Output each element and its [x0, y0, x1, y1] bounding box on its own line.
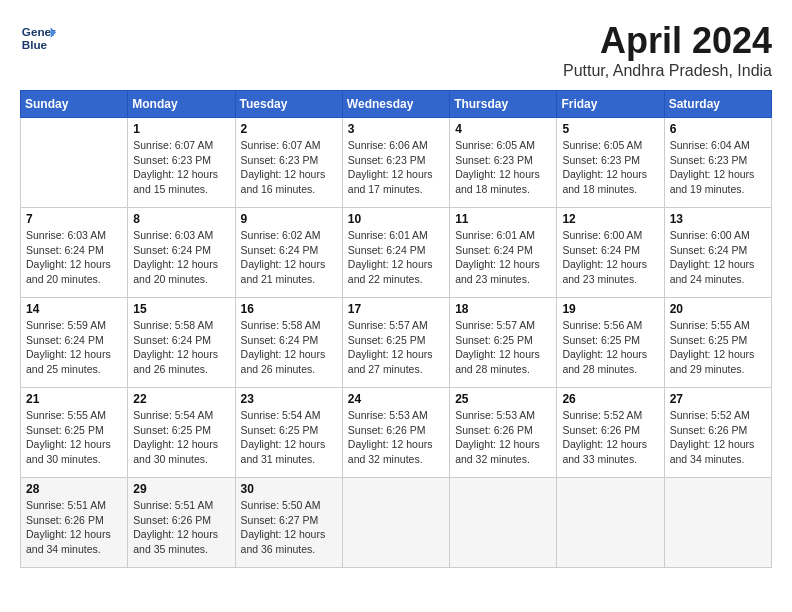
day-number: 9: [241, 212, 337, 226]
day-info: Sunrise: 6:05 AMSunset: 6:23 PMDaylight:…: [562, 138, 658, 197]
calendar-cell: 14Sunrise: 5:59 AMSunset: 6:24 PMDayligh…: [21, 298, 128, 388]
day-number: 24: [348, 392, 444, 406]
day-info: Sunrise: 5:56 AMSunset: 6:25 PMDaylight:…: [562, 318, 658, 377]
day-info: Sunrise: 5:58 AMSunset: 6:24 PMDaylight:…: [241, 318, 337, 377]
day-number: 7: [26, 212, 122, 226]
day-number: 19: [562, 302, 658, 316]
day-info: Sunrise: 6:02 AMSunset: 6:24 PMDaylight:…: [241, 228, 337, 287]
logo: General Blue: [20, 20, 56, 56]
day-number: 23: [241, 392, 337, 406]
day-number: 12: [562, 212, 658, 226]
calendar-cell: 7Sunrise: 6:03 AMSunset: 6:24 PMDaylight…: [21, 208, 128, 298]
calendar-cell: 10Sunrise: 6:01 AMSunset: 6:24 PMDayligh…: [342, 208, 449, 298]
calendar-cell: [664, 478, 771, 568]
calendar-week-row: 28Sunrise: 5:51 AMSunset: 6:26 PMDayligh…: [21, 478, 772, 568]
day-info: Sunrise: 5:55 AMSunset: 6:25 PMDaylight:…: [670, 318, 766, 377]
day-info: Sunrise: 5:52 AMSunset: 6:26 PMDaylight:…: [562, 408, 658, 467]
day-number: 13: [670, 212, 766, 226]
calendar-cell: 12Sunrise: 6:00 AMSunset: 6:24 PMDayligh…: [557, 208, 664, 298]
calendar-cell: 11Sunrise: 6:01 AMSunset: 6:24 PMDayligh…: [450, 208, 557, 298]
calendar-week-row: 14Sunrise: 5:59 AMSunset: 6:24 PMDayligh…: [21, 298, 772, 388]
calendar-cell: 28Sunrise: 5:51 AMSunset: 6:26 PMDayligh…: [21, 478, 128, 568]
day-info: Sunrise: 6:04 AMSunset: 6:23 PMDaylight:…: [670, 138, 766, 197]
calendar-cell: 30Sunrise: 5:50 AMSunset: 6:27 PMDayligh…: [235, 478, 342, 568]
day-info: Sunrise: 5:51 AMSunset: 6:26 PMDaylight:…: [133, 498, 229, 557]
column-header-wednesday: Wednesday: [342, 91, 449, 118]
day-number: 6: [670, 122, 766, 136]
calendar-week-row: 7Sunrise: 6:03 AMSunset: 6:24 PMDaylight…: [21, 208, 772, 298]
calendar-cell: 29Sunrise: 5:51 AMSunset: 6:26 PMDayligh…: [128, 478, 235, 568]
calendar-cell: 18Sunrise: 5:57 AMSunset: 6:25 PMDayligh…: [450, 298, 557, 388]
calendar-cell: 23Sunrise: 5:54 AMSunset: 6:25 PMDayligh…: [235, 388, 342, 478]
column-header-friday: Friday: [557, 91, 664, 118]
day-number: 11: [455, 212, 551, 226]
day-number: 16: [241, 302, 337, 316]
day-info: Sunrise: 6:06 AMSunset: 6:23 PMDaylight:…: [348, 138, 444, 197]
day-number: 2: [241, 122, 337, 136]
column-header-sunday: Sunday: [21, 91, 128, 118]
calendar-cell: 4Sunrise: 6:05 AMSunset: 6:23 PMDaylight…: [450, 118, 557, 208]
day-info: Sunrise: 5:54 AMSunset: 6:25 PMDaylight:…: [241, 408, 337, 467]
day-info: Sunrise: 6:01 AMSunset: 6:24 PMDaylight:…: [348, 228, 444, 287]
calendar-cell: 3Sunrise: 6:06 AMSunset: 6:23 PMDaylight…: [342, 118, 449, 208]
title-area: April 2024 Puttur, Andhra Pradesh, India: [563, 20, 772, 80]
calendar-cell: 15Sunrise: 5:58 AMSunset: 6:24 PMDayligh…: [128, 298, 235, 388]
logo-icon: General Blue: [20, 20, 56, 56]
calendar-cell: 2Sunrise: 6:07 AMSunset: 6:23 PMDaylight…: [235, 118, 342, 208]
calendar-cell: [21, 118, 128, 208]
day-number: 20: [670, 302, 766, 316]
day-info: Sunrise: 5:58 AMSunset: 6:24 PMDaylight:…: [133, 318, 229, 377]
day-info: Sunrise: 6:07 AMSunset: 6:23 PMDaylight:…: [241, 138, 337, 197]
calendar-week-row: 21Sunrise: 5:55 AMSunset: 6:25 PMDayligh…: [21, 388, 772, 478]
calendar-cell: 17Sunrise: 5:57 AMSunset: 6:25 PMDayligh…: [342, 298, 449, 388]
calendar-cell: 5Sunrise: 6:05 AMSunset: 6:23 PMDaylight…: [557, 118, 664, 208]
column-header-thursday: Thursday: [450, 91, 557, 118]
calendar-week-row: 1Sunrise: 6:07 AMSunset: 6:23 PMDaylight…: [21, 118, 772, 208]
day-number: 18: [455, 302, 551, 316]
calendar-cell: 22Sunrise: 5:54 AMSunset: 6:25 PMDayligh…: [128, 388, 235, 478]
calendar-cell: 20Sunrise: 5:55 AMSunset: 6:25 PMDayligh…: [664, 298, 771, 388]
calendar-cell: 9Sunrise: 6:02 AMSunset: 6:24 PMDaylight…: [235, 208, 342, 298]
day-info: Sunrise: 5:59 AMSunset: 6:24 PMDaylight:…: [26, 318, 122, 377]
day-number: 27: [670, 392, 766, 406]
page-header: General Blue April 2024 Puttur, Andhra P…: [20, 20, 772, 80]
svg-text:Blue: Blue: [22, 38, 48, 51]
day-info: Sunrise: 5:52 AMSunset: 6:26 PMDaylight:…: [670, 408, 766, 467]
calendar-cell: 8Sunrise: 6:03 AMSunset: 6:24 PMDaylight…: [128, 208, 235, 298]
location-subtitle: Puttur, Andhra Pradesh, India: [563, 62, 772, 80]
day-info: Sunrise: 5:57 AMSunset: 6:25 PMDaylight:…: [455, 318, 551, 377]
day-info: Sunrise: 6:01 AMSunset: 6:24 PMDaylight:…: [455, 228, 551, 287]
day-info: Sunrise: 6:00 AMSunset: 6:24 PMDaylight:…: [562, 228, 658, 287]
day-info: Sunrise: 5:55 AMSunset: 6:25 PMDaylight:…: [26, 408, 122, 467]
calendar-cell: [557, 478, 664, 568]
calendar-cell: 16Sunrise: 5:58 AMSunset: 6:24 PMDayligh…: [235, 298, 342, 388]
day-number: 26: [562, 392, 658, 406]
column-header-saturday: Saturday: [664, 91, 771, 118]
day-info: Sunrise: 6:05 AMSunset: 6:23 PMDaylight:…: [455, 138, 551, 197]
month-year-title: April 2024: [563, 20, 772, 62]
calendar-cell: 24Sunrise: 5:53 AMSunset: 6:26 PMDayligh…: [342, 388, 449, 478]
day-number: 14: [26, 302, 122, 316]
calendar-cell: 13Sunrise: 6:00 AMSunset: 6:24 PMDayligh…: [664, 208, 771, 298]
column-header-monday: Monday: [128, 91, 235, 118]
calendar-cell: 27Sunrise: 5:52 AMSunset: 6:26 PMDayligh…: [664, 388, 771, 478]
day-number: 5: [562, 122, 658, 136]
day-number: 10: [348, 212, 444, 226]
calendar-cell: 21Sunrise: 5:55 AMSunset: 6:25 PMDayligh…: [21, 388, 128, 478]
day-number: 30: [241, 482, 337, 496]
calendar-header-row: SundayMondayTuesdayWednesdayThursdayFrid…: [21, 91, 772, 118]
day-number: 25: [455, 392, 551, 406]
day-info: Sunrise: 5:53 AMSunset: 6:26 PMDaylight:…: [455, 408, 551, 467]
day-number: 1: [133, 122, 229, 136]
calendar-cell: 1Sunrise: 6:07 AMSunset: 6:23 PMDaylight…: [128, 118, 235, 208]
calendar-cell: 26Sunrise: 5:52 AMSunset: 6:26 PMDayligh…: [557, 388, 664, 478]
day-number: 21: [26, 392, 122, 406]
day-number: 8: [133, 212, 229, 226]
day-info: Sunrise: 5:51 AMSunset: 6:26 PMDaylight:…: [26, 498, 122, 557]
day-number: 3: [348, 122, 444, 136]
calendar-cell: [450, 478, 557, 568]
day-info: Sunrise: 5:50 AMSunset: 6:27 PMDaylight:…: [241, 498, 337, 557]
day-number: 29: [133, 482, 229, 496]
day-info: Sunrise: 6:00 AMSunset: 6:24 PMDaylight:…: [670, 228, 766, 287]
day-info: Sunrise: 6:07 AMSunset: 6:23 PMDaylight:…: [133, 138, 229, 197]
